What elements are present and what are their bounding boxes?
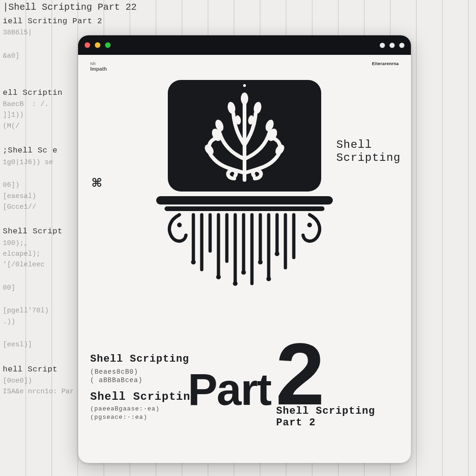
- minimize-icon[interactable]: [95, 42, 100, 48]
- pseudo-code-line: (paeeaBgaase:·ea): [90, 405, 160, 412]
- part-number: 2: [276, 339, 325, 408]
- svg-point-37: [266, 277, 271, 281]
- pseudo-code-line: ( aBBBaBcea): [90, 377, 143, 384]
- shell-scripting-label-a: Shell Scripting: [90, 353, 189, 365]
- pseudo-code-line: (Beaes8cB0): [90, 368, 138, 376]
- part-heading: Part 2: [188, 339, 324, 408]
- header-left: Nh Impath: [90, 61, 107, 72]
- svg-rect-15: [165, 206, 324, 211]
- header-right: Eiterarenrna: [372, 61, 399, 66]
- svg-point-36: [241, 270, 246, 275]
- svg-point-33: [275, 251, 279, 256]
- svg-point-9: [241, 93, 248, 105]
- dot-icon: [390, 43, 395, 48]
- shell-scripting-label-c: Shell Scripting Part 2: [276, 405, 375, 429]
- svg-point-30: [216, 275, 221, 279]
- cover-card: Nh Impath Eiterarenrna ⌘ Shell Scripting: [78, 35, 411, 463]
- titlebar-right-dots: [380, 43, 404, 48]
- brand-glyph-icon: ⌘: [92, 173, 101, 193]
- pseudo-code-line: (pgseace:·:ea): [90, 414, 147, 421]
- svg-point-34: [177, 223, 182, 227]
- traffic-lights-left: [85, 42, 111, 48]
- svg-point-32: [258, 260, 263, 264]
- svg-rect-14: [156, 196, 333, 205]
- card-body: Nh Impath Eiterarenrna ⌘ Shell Scripting: [78, 55, 411, 463]
- laptop-tree-illustration: [124, 75, 365, 287]
- svg-point-2: [243, 84, 246, 87]
- dot-icon: [399, 43, 404, 48]
- dot-icon: [380, 43, 385, 48]
- bg-title-1: |Shell Scripting Part 22: [3, 0, 96, 14]
- ss-c-line1: Shell Scripting: [276, 405, 375, 417]
- bg-line: 38B6l5|: [3, 27, 96, 38]
- laptop-tree-icon: [124, 75, 365, 287]
- maximize-icon[interactable]: [105, 42, 111, 48]
- bottom-text-block: Shell Scripting (Beaes8cB0) ( aBBBaBcea)…: [90, 335, 399, 456]
- bg-title-2: iell Scriting Part 2: [3, 15, 96, 27]
- part-word: Part: [188, 371, 271, 408]
- svg-point-35: [307, 223, 312, 227]
- header-bold: Impath: [90, 66, 107, 72]
- header-small: Nh: [90, 61, 107, 66]
- ss-c-line2: Part 2: [276, 417, 316, 429]
- window-titlebar: [78, 35, 411, 55]
- svg-point-29: [191, 260, 196, 264]
- svg-point-31: [233, 281, 238, 286]
- shell-scripting-label-b: Shell Scripting: [90, 390, 198, 403]
- close-icon[interactable]: [85, 42, 90, 48]
- header-row: Nh Impath Eiterarenrna: [90, 61, 399, 72]
